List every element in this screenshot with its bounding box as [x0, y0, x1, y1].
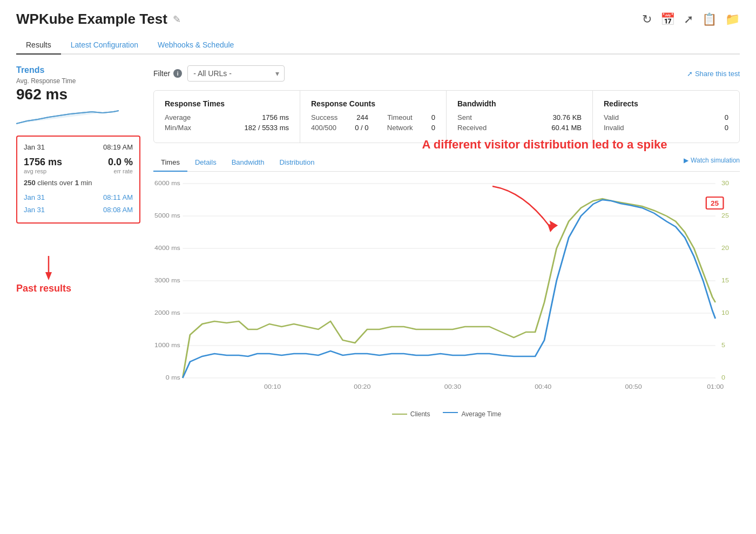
main-chart: 6000 ms 5000 ms 4000 ms 3000 ms 2000 ms …: [153, 178, 740, 394]
refresh-icon[interactable]: ↻: [642, 12, 652, 26]
valid-label: Valid: [604, 113, 619, 121]
trends-title: Trends: [16, 65, 140, 75]
svg-text:2000 ms: 2000 ms: [154, 309, 180, 316]
svg-text:15: 15: [721, 277, 729, 283]
svg-text:3000 ms: 3000 ms: [154, 277, 180, 283]
chart-section: A different visitor distribution led to …: [153, 154, 740, 418]
response-counts-title: Response Counts: [311, 99, 435, 108]
avg-time-value: 962 ms: [16, 86, 140, 103]
past-result-date: Jan 31: [24, 143, 45, 151]
filter-label: Filter i: [153, 69, 182, 78]
sub-tabs: Times Details Bandwidth Distribution ▶ W…: [153, 154, 740, 172]
sub-tab-distribution[interactable]: Distribution: [272, 154, 322, 172]
timeout-value: 0: [431, 113, 435, 121]
sub-tab-bandwidth[interactable]: Bandwidth: [224, 154, 272, 172]
svg-text:5000 ms: 5000 ms: [154, 212, 180, 219]
play-icon: ▶: [684, 157, 688, 164]
stat-row-minmax: Min/Max 182 / 5533 ms: [165, 124, 289, 132]
avg-time-label: Average Time: [461, 410, 501, 418]
success-label: Success: [311, 113, 338, 121]
svg-text:1000 ms: 1000 ms: [154, 342, 180, 348]
svg-marker-1: [45, 272, 52, 280]
avg-resp-label: avg resp: [24, 168, 62, 174]
svg-text:25: 25: [711, 200, 719, 207]
copy-icon[interactable]: 📋: [702, 12, 717, 26]
tab-results[interactable]: Results: [16, 36, 61, 55]
invalid-label: Invalid: [604, 124, 624, 132]
filter-info-icon[interactable]: i: [173, 69, 182, 78]
clients-info: 250 clients over 1 min: [24, 179, 133, 187]
received-value: 60.41 MB: [551, 124, 582, 132]
network-value: 0: [431, 124, 435, 132]
legend-avg-time: Average Time: [443, 410, 501, 418]
bandwidth-title: Bandwidth: [457, 99, 582, 108]
past-link-2-time[interactable]: 08:08 AM: [103, 206, 133, 214]
past-link-2[interactable]: Jan 31 08:08 AM: [24, 204, 133, 216]
folder-icon[interactable]: 📁: [725, 12, 740, 26]
avg-label: Average: [165, 113, 191, 121]
minmax-value: 182 / 5533 ms: [245, 124, 289, 132]
clients-label: Clients: [410, 410, 430, 418]
avg-resp-value: 1756 ms: [24, 157, 62, 168]
stat-card-redirects: Redirects Valid 0 Invalid 0: [593, 91, 739, 143]
past-results-annotation: Past results: [16, 256, 140, 294]
stat-row-sent: Sent 30.76 KB: [457, 113, 582, 121]
success-value: 244: [356, 113, 368, 121]
clients-line-icon: [392, 414, 407, 415]
stat-row-received: Received 60.41 MB: [457, 124, 582, 132]
calendar-icon[interactable]: 📅: [660, 12, 675, 26]
svg-text:5: 5: [721, 342, 725, 348]
watch-simulation-link[interactable]: ▶ Watch simulation: [684, 157, 740, 168]
sub-tab-details[interactable]: Details: [187, 154, 224, 172]
stat-row-400: 400/500 0 / 0 Network 0: [311, 124, 435, 132]
timeout-label: Timeout: [387, 113, 412, 121]
tab-webhooks[interactable]: Webhooks & Schedule: [148, 36, 244, 55]
past-results-label: Past results: [16, 283, 140, 294]
sent-value: 30.76 KB: [553, 113, 582, 121]
stat-card-response-times: Response Times Average 1756 ms Min/Max 1…: [154, 91, 300, 143]
valid-value: 0: [725, 113, 728, 121]
400-value: 0 / 0: [355, 124, 368, 132]
network-label: Network: [387, 124, 413, 132]
filter-select[interactable]: - All URLs -: [187, 65, 285, 82]
svg-text:01:00: 01:00: [707, 383, 724, 390]
svg-text:00:10: 00:10: [264, 383, 281, 390]
svg-text:10: 10: [721, 309, 729, 316]
chart-container: 6000 ms 5000 ms 4000 ms 3000 ms 2000 ms …: [153, 178, 740, 405]
tab-latest-config[interactable]: Latest Configuration: [61, 36, 148, 55]
err-rate-label: err rate: [108, 168, 133, 174]
svg-text:25: 25: [721, 212, 729, 219]
trend-chart: [16, 107, 140, 129]
content-area: Filter i - All URLs - ➚ Share this test: [153, 65, 740, 418]
share-link[interactable]: ➚ Share this test: [687, 70, 740, 78]
400-label: 400/500: [311, 124, 336, 132]
sidebar: Trends Avg. Response Time 962 ms Jan 31 …: [16, 65, 140, 418]
svg-text:00:20: 00:20: [354, 383, 371, 390]
share-text[interactable]: Share this test: [695, 70, 740, 78]
past-link-1-date[interactable]: Jan 31: [24, 193, 45, 201]
past-link-2-date[interactable]: Jan 31: [24, 206, 45, 214]
filter-select-wrapper: - All URLs -: [187, 65, 285, 82]
stat-card-response-counts: Response Counts Success 244 Timeout 0 40…: [300, 91, 447, 143]
past-result-time: 08:19 AM: [103, 143, 133, 151]
legend-clients: Clients: [392, 410, 430, 418]
invalid-value: 0: [725, 124, 728, 132]
past-link-1[interactable]: Jan 31 08:11 AM: [24, 191, 133, 204]
svg-text:20: 20: [721, 245, 729, 251]
stat-row-invalid: Invalid 0: [604, 124, 728, 132]
sent-label: Sent: [457, 113, 472, 121]
avg-value: 1756 ms: [262, 113, 289, 121]
past-results-box: Jan 31 08:19 AM 1756 ms avg resp 0.0 % e…: [16, 136, 140, 224]
svg-text:4000 ms: 4000 ms: [154, 245, 180, 251]
edit-icon[interactable]: ✎: [173, 13, 181, 25]
svg-text:30: 30: [721, 180, 729, 186]
filter-row: Filter i - All URLs - ➚ Share this test: [153, 65, 740, 82]
past-link-1-time[interactable]: 08:11 AM: [103, 193, 133, 201]
sub-tab-times[interactable]: Times: [153, 154, 187, 172]
svg-text:00:40: 00:40: [535, 383, 552, 390]
main-tabs: Results Latest Configuration Webhooks & …: [16, 36, 740, 55]
err-rate-value: 0.0 %: [108, 157, 133, 168]
svg-text:6000 ms: 6000 ms: [154, 180, 180, 186]
share-icon[interactable]: ➚: [684, 12, 693, 26]
received-label: Received: [457, 124, 487, 132]
